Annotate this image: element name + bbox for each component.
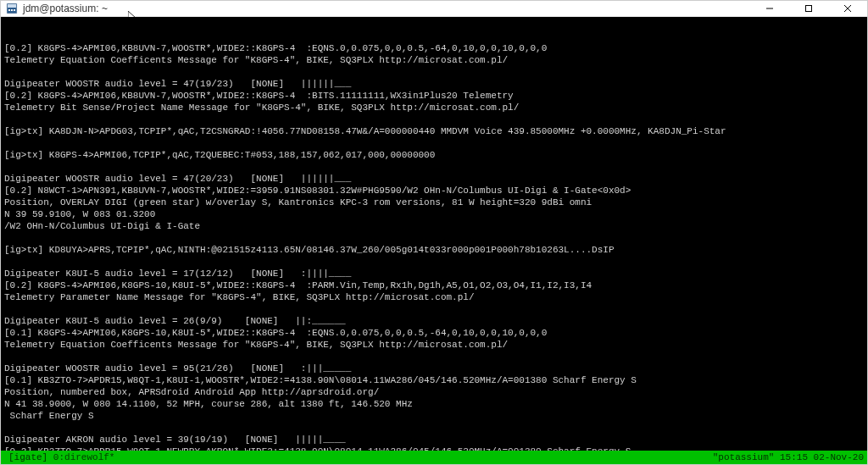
close-button[interactable] <box>828 1 867 16</box>
terminal-line: Digipeater K8UI-5 audio level = 17(12/12… <box>4 268 864 280</box>
svg-rect-6 <box>806 5 812 11</box>
terminal-line: [0.2] K8GPS-4>APMI06,KB8UVN-7,WOOSTR*,WI… <box>4 90 864 102</box>
scroll-down-icon[interactable] <box>860 451 865 464</box>
terminal-line: Telemetry Equation Coefficents Message f… <box>4 54 864 66</box>
terminal-line: Telemetry Bit Sense/Project Name Message… <box>4 102 864 113</box>
terminal-line <box>4 161 864 173</box>
window-title: jdm@potassium: ~ <box>23 3 108 14</box>
terminal-line <box>4 137 864 149</box>
maximize-button[interactable] <box>789 1 828 16</box>
terminal-line: [0.2] K8GPS-4>APMI06,KB8UVN-7,WOOSTR*,WI… <box>4 42 864 54</box>
terminal-line: [ig>tx] K8GPS-4>APMI06,TCPIP*,qAC,T2QUEB… <box>4 149 864 161</box>
terminal-line: [ig>tx] KA8DJN-N>APDG03,TCPIP*,qAC,T2CSN… <box>4 125 864 137</box>
terminal-line: Position, OVERLAY DIGI (green star) w/ov… <box>4 197 864 208</box>
terminal-line: Digipeater AKRON audio level = 39(19/19)… <box>4 434 864 446</box>
terminal-line <box>4 303 864 315</box>
window-controls <box>750 1 867 16</box>
svg-rect-1 <box>8 4 16 8</box>
terminal-line <box>4 113 864 125</box>
cursor-block <box>3 452 8 462</box>
terminal-line: Scharf Energy S <box>4 410 864 422</box>
terminal-line: Position, numbered box, APRSdroid Androi… <box>4 386 864 398</box>
title-bar[interactable]: jdm@potassium: ~ <box>1 1 867 17</box>
app-window: jdm@potassium: ~ [0.2] K8GPS-4>AP <box>0 0 868 465</box>
terminal-line: [ig>tx] KD8UYA>APRS,TCPIP*,qAC,NINTH:@02… <box>4 244 864 256</box>
svg-rect-3 <box>11 9 13 11</box>
terminal-line: Digipeater WOOSTR audio level = 95(21/26… <box>4 363 864 374</box>
tmux-session-name: [igate] <box>8 451 47 464</box>
terminal-line: Digipeater WOOSTR audio level = 47(19/23… <box>4 78 864 90</box>
terminal-line: /W2 OHn-N/Columbus UI-Digi & I-Gate <box>4 220 864 232</box>
terminal-line: Digipeater K8UI-5 audio level = 26(9/9) … <box>4 315 864 327</box>
terminal-line <box>4 256 864 268</box>
terminal-line <box>4 422 864 434</box>
putty-icon <box>6 3 18 14</box>
terminal-line: [0.1] K8GPS-4>APMI06,K8GPS-10,K8UI-5*,WI… <box>4 327 864 339</box>
terminal-line: Telemetry Parameter Name Message for "K8… <box>4 291 864 303</box>
tmux-status-bar: [igate] 0:direwolf* "potassium" 15:15 02… <box>1 451 867 464</box>
svg-rect-2 <box>8 9 10 11</box>
terminal-line <box>4 232 864 244</box>
tmux-status-right: "potassium" 15:15 02-Nov-20 <box>713 451 865 464</box>
terminal-line: [0.1] KB3ZTO-7>APDR15,W8QT-1,K8UI-1,WOOS… <box>4 374 864 386</box>
terminal-line: Telemetry Equation Coefficents Message f… <box>4 339 864 351</box>
terminal-line <box>4 351 864 363</box>
tmux-window-name: 0:direwolf* <box>53 451 115 464</box>
minimize-button[interactable] <box>750 1 789 16</box>
terminal-line: N 41 38.9000, W 080 14.1100, 52 MPH, cou… <box>4 398 864 410</box>
terminal-line <box>4 66 864 78</box>
terminal-line: [0.2] N8WCT-1>APN391,KB8UVN-7,WOOSTR*,WI… <box>4 185 864 197</box>
terminal-line: N 39 59.9100, W 083 01.3200 <box>4 208 864 220</box>
terminal-output[interactable]: [0.2] K8GPS-4>APMI06,KB8UVN-7,WOOSTR*,WI… <box>1 17 867 464</box>
terminal-line: [0.2] K8GPS-4>APMI06,K8GPS-10,K8UI-5*,WI… <box>4 280 864 291</box>
terminal-line: Digipeater WOOSTR audio level = 47(20/23… <box>4 173 864 185</box>
svg-rect-4 <box>14 9 15 11</box>
